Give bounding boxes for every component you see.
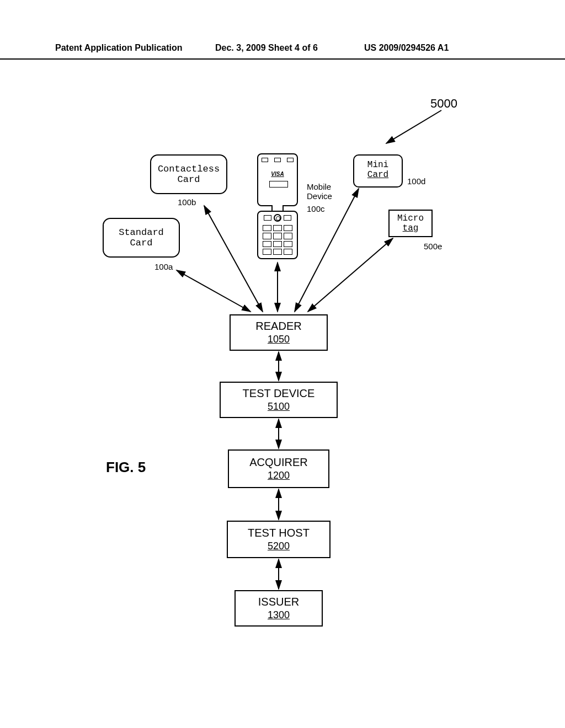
figure-ref-5000: 5000 bbox=[430, 97, 457, 111]
contactless-card: Contactless Card bbox=[150, 154, 227, 194]
contactless-card-ref: 100b bbox=[178, 197, 196, 207]
acquirer-title: ACQUIRER bbox=[249, 456, 308, 469]
phone-screen: VISA bbox=[257, 153, 298, 206]
test-device-block: TEST DEVICE 5100 bbox=[220, 382, 338, 418]
micro-tag-ref: 500e bbox=[424, 242, 442, 251]
acquirer-block: ACQUIRER 1200 bbox=[228, 449, 329, 488]
reader-block: READER 1050 bbox=[230, 314, 328, 351]
patent-figure-page: Patent Application Publication Dec. 3, 2… bbox=[0, 0, 565, 728]
standard-card: Standard Card bbox=[103, 218, 180, 258]
page-header: Patent Application Publication Dec. 3, 2… bbox=[0, 43, 565, 60]
header-left: Patent Application Publication bbox=[55, 43, 183, 53]
mobile-device-ref: 100c bbox=[307, 204, 325, 213]
mobile-device: VISA bbox=[255, 153, 300, 258]
test-host-ref: 5200 bbox=[268, 540, 290, 552]
phone-keypad bbox=[257, 211, 298, 259]
mini-card-ref: 100d bbox=[407, 176, 425, 186]
micro-tag-line1: Micro bbox=[397, 213, 424, 223]
phone-chip-icon bbox=[269, 181, 288, 188]
test-host-title: TEST HOST bbox=[248, 527, 310, 539]
phone-keys bbox=[263, 225, 292, 255]
test-device-ref: 5100 bbox=[268, 401, 290, 413]
svg-line-1 bbox=[177, 270, 250, 312]
figure-label: FIG. 5 bbox=[106, 459, 146, 476]
issuer-title: ISSUER bbox=[258, 596, 299, 608]
svg-line-2 bbox=[204, 206, 263, 312]
mini-card-line1: Mini bbox=[360, 160, 396, 170]
standard-card-ref: 100a bbox=[154, 262, 173, 271]
standard-card-label: Standard Card bbox=[119, 227, 164, 248]
mini-card-line2: Card bbox=[360, 170, 396, 180]
svg-line-4 bbox=[295, 189, 359, 312]
contactless-card-label: Contactless Card bbox=[158, 164, 220, 185]
phone-status-bar bbox=[262, 158, 294, 163]
svg-line-0 bbox=[386, 110, 441, 143]
micro-tag: Micro tag bbox=[388, 210, 433, 237]
test-host-block: TEST HOST 5200 bbox=[227, 521, 331, 558]
svg-line-5 bbox=[308, 238, 393, 312]
mobile-device-label: Mobile Device bbox=[307, 182, 332, 201]
reader-ref: 1050 bbox=[268, 334, 290, 345]
issuer-block: ISSUER 1300 bbox=[234, 590, 323, 627]
acquirer-ref: 1200 bbox=[268, 470, 290, 481]
issuer-ref: 1300 bbox=[268, 609, 290, 621]
visa-logo: VISA bbox=[258, 171, 297, 177]
phone-nav-row bbox=[258, 215, 297, 222]
header-right: US 2009/0294526 A1 bbox=[364, 43, 449, 53]
header-mid: Dec. 3, 2009 Sheet 4 of 6 bbox=[215, 43, 318, 53]
mini-card: Mini Card bbox=[353, 154, 403, 188]
mini-card-text: Mini Card bbox=[360, 160, 396, 180]
test-device-title: TEST DEVICE bbox=[243, 387, 315, 400]
micro-tag-line2: tag bbox=[403, 223, 419, 233]
reader-title: READER bbox=[255, 320, 301, 333]
